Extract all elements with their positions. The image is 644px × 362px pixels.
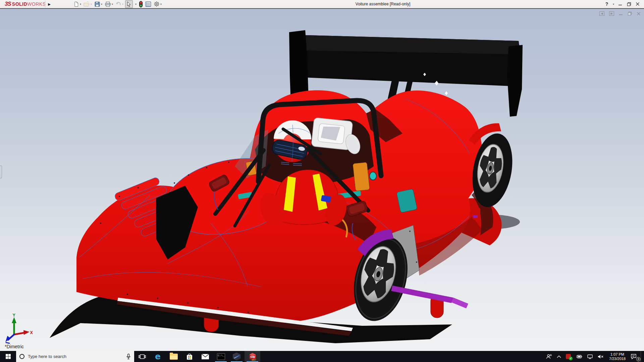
close-button[interactable] (633, 0, 642, 8)
solidworks-status-icon: ✓ (566, 354, 571, 359)
new-document-button[interactable]: ▾ (73, 0, 82, 8)
gear-icon (154, 1, 160, 7)
network-icon (587, 354, 593, 359)
undo-icon (115, 1, 121, 7)
window-title: Voiture assemblee [Read-only] (163, 2, 602, 6)
clock[interactable]: 1:07 PM 7/23/2018 (606, 352, 628, 361)
task-view-icon (139, 354, 146, 360)
command-prompt-icon: C:\_ (217, 353, 225, 360)
windows-logo-icon (6, 354, 11, 359)
windows-taskbar: e (0, 351, 644, 362)
chevron-up-icon (557, 355, 561, 358)
store-icon (186, 353, 193, 360)
help-button[interactable]: ? (602, 0, 611, 8)
system-tray: ✓ (544, 351, 644, 362)
battery-plug-icon (576, 355, 582, 359)
race-car-model[interactable] (0, 9, 644, 351)
select-tool-caret[interactable]: ▾ (134, 0, 137, 8)
taskbar-app-file-explorer[interactable] (166, 351, 181, 362)
design-binder-button[interactable] (145, 0, 152, 8)
traffic-light-icon (139, 1, 143, 7)
divider (45, 1, 45, 8)
previous-window-icon[interactable]: ◀ (599, 11, 604, 16)
triad-x-label: X (30, 330, 33, 335)
save-button[interactable]: ▾ (94, 0, 103, 8)
taskbar-app-mail[interactable] (197, 351, 213, 362)
taskbar-app-command-prompt[interactable]: C:\_ (213, 351, 229, 362)
taskbar-app-solidworks[interactable]: SW 2017 (245, 351, 260, 362)
taskbar-apps: e (134, 351, 260, 362)
menu-expand-arrow[interactable]: ▶ (47, 0, 52, 8)
people-button[interactable] (544, 351, 554, 362)
document-window-controls: ◀ ▶ (599, 11, 641, 16)
svg-text:SW: SW (250, 355, 255, 359)
new-document-icon (73, 1, 79, 7)
print-button[interactable]: ▾ (104, 0, 114, 8)
options-button[interactable]: ▾ (153, 0, 162, 8)
network-tray-button[interactable] (585, 351, 595, 362)
notification-badge: 3 (636, 357, 641, 361)
coordinate-triad: Y X (3, 313, 33, 344)
volume-muted-icon (598, 354, 604, 359)
select-arrow-icon (126, 1, 132, 7)
save-icon (94, 1, 100, 7)
pane-splitter-handle[interactable] (0, 166, 2, 178)
close-icon (636, 2, 640, 6)
interference-traffic-light-button[interactable] (138, 0, 144, 8)
edge-icon: e (155, 352, 161, 361)
solidworks-logo: 3S SOLIDWORKS (0, 1, 43, 7)
cortana-icon (19, 354, 24, 359)
check-icon: ✓ (569, 357, 573, 360)
hexagon-app-icon (233, 353, 241, 361)
show-desktop-button[interactable] (641, 351, 643, 362)
graphics-viewport[interactable]: ◀ ▶ (0, 9, 644, 351)
tray-date: 7/23/2018 (609, 357, 626, 361)
solidworks-logo-mark: 3S (5, 1, 11, 7)
svg-text:2017: 2017 (252, 359, 256, 361)
next-window-icon[interactable]: ▶ (609, 11, 614, 16)
undo-button[interactable]: ▾ (115, 0, 124, 8)
action-center-icon (631, 354, 637, 359)
help-caret[interactable]: ▾ (611, 0, 616, 8)
doc-restore-button[interactable] (628, 11, 632, 16)
triad-y-label: Y (13, 313, 15, 317)
title-bar: 3S SOLIDWORKS ▶ ▾ ▾ (0, 0, 644, 8)
minimize-button[interactable] (616, 0, 625, 8)
microphone-icon[interactable] (126, 354, 131, 360)
taskbar-search[interactable] (16, 351, 134, 362)
search-input[interactable] (28, 354, 124, 359)
solidworks-2017-icon: SW 2017 (248, 352, 257, 361)
window-controls: ? ▾ (602, 0, 644, 8)
solidworks-tray-button[interactable]: ✓ (564, 351, 573, 362)
taskbar-app-store[interactable] (181, 351, 197, 362)
task-view-button[interactable] (134, 351, 150, 362)
tray-overflow-button[interactable] (554, 351, 564, 362)
tray-time: 1:07 PM (610, 352, 624, 357)
taskbar-app-edge[interactable]: e (150, 351, 166, 362)
file-explorer-icon (170, 354, 178, 360)
people-icon (546, 354, 552, 359)
mail-icon (201, 354, 209, 360)
properties-list-icon (145, 1, 151, 7)
volume-tray-button[interactable] (595, 351, 606, 362)
select-tool-button[interactable] (125, 0, 133, 8)
doc-minimize-button[interactable] (619, 12, 623, 16)
restore-button[interactable] (625, 0, 633, 8)
print-icon (105, 1, 111, 7)
doc-close-button[interactable] (637, 12, 641, 16)
view-orientation-label: *Dimetric (5, 344, 24, 349)
open-button[interactable]: ▾ (83, 0, 93, 8)
start-button[interactable] (0, 351, 16, 362)
power-tray-button[interactable] (573, 351, 585, 362)
action-center-button[interactable]: 3 (628, 351, 641, 362)
quick-access-toolbar: ▾ ▾ ▾ (73, 0, 163, 8)
taskbar-app-hexagon[interactable] (229, 351, 245, 362)
restore-icon (627, 2, 631, 6)
open-icon (84, 1, 90, 7)
minimize-icon (618, 2, 622, 6)
solidworks-app-window: 3S SOLIDWORKS ▶ ▾ ▾ (0, 0, 644, 362)
